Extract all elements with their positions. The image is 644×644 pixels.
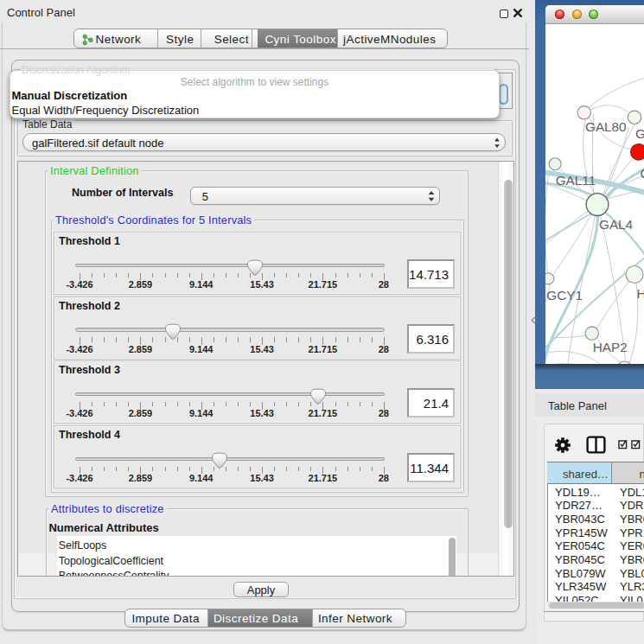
svg-text:HA..: HA.. bbox=[636, 286, 644, 301]
svg-text:GAL11: GAL11 bbox=[555, 172, 596, 187]
svg-text:CY..: CY.. bbox=[640, 165, 644, 180]
svg-text:HAP2: HAP2 bbox=[592, 340, 627, 354]
svg-text:GAL..: GAL.. bbox=[635, 125, 644, 140]
svg-text:GAL80: GAL80 bbox=[585, 119, 627, 134]
svg-text:GCY1: GCY1 bbox=[546, 287, 583, 302]
svg-text:GAL4: GAL4 bbox=[599, 216, 634, 231]
